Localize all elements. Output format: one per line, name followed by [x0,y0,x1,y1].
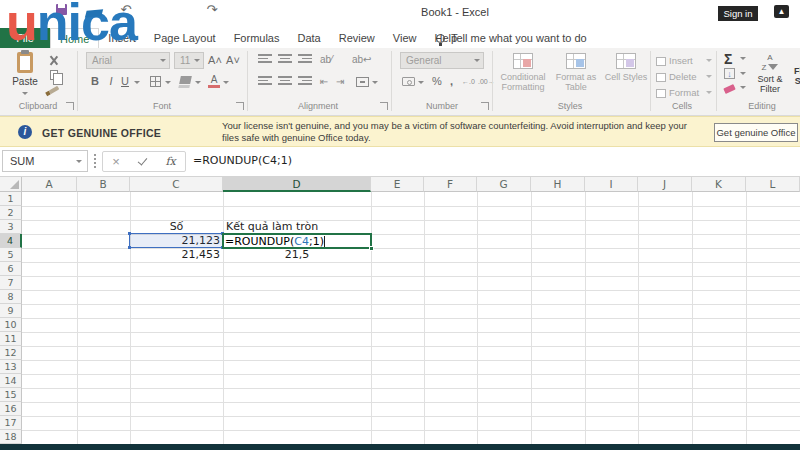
row-header-2[interactable]: 2 [0,206,22,220]
accounting-format-icon[interactable] [402,77,415,86]
column-header-E[interactable]: E [371,177,424,192]
row-header-11[interactable]: 11 [0,332,22,346]
cell-styles-button[interactable]: Cell Styles [601,51,651,109]
underline-caret-icon[interactable] [134,81,140,84]
underline-button[interactable]: U [118,75,132,87]
accounting-caret-icon[interactable] [418,81,424,84]
fill-color-icon[interactable] [179,76,192,84]
autosum-caret-icon[interactable] [740,57,746,60]
column-header-A[interactable]: A [22,177,77,192]
get-genuine-office-button[interactable]: Get genuine Office [714,123,798,142]
column-header-D[interactable]: D [223,177,371,192]
percent-style-icon[interactable]: % [432,75,442,87]
format-cells-button[interactable]: Format [656,86,712,99]
increase-decimal-icon[interactable]: ←.0 [462,78,475,85]
fill-color-caret-icon[interactable] [195,81,201,84]
autosum-icon[interactable]: Σ [724,51,732,67]
align-right-icon[interactable] [298,76,312,87]
row-header-15[interactable]: 15 [0,388,22,402]
delete-cells-button[interactable]: Delete [656,70,712,83]
font-dialog-launcher[interactable] [236,102,244,110]
align-left-icon[interactable] [258,76,272,87]
italic-button[interactable]: I [104,75,118,87]
align-bottom-icon[interactable] [298,54,312,65]
orientation-icon[interactable]: ab⁄ [320,54,333,65]
merge-center-icon[interactable] [356,77,369,87]
row-header-12[interactable]: 12 [0,346,22,360]
fill-icon[interactable]: ↓ [724,68,735,79]
merge-caret-icon[interactable] [372,81,378,84]
comma-style-icon[interactable]: , [450,75,453,87]
alignment-dialog-launcher[interactable] [380,102,388,110]
reference-cell-outline-C4[interactable] [129,233,223,248]
decrease-indent-icon[interactable]: ⇤ [320,76,328,87]
cell-C5[interactable]: 21,453 [130,248,223,262]
row-header-3[interactable]: 3 [0,220,22,234]
cell-D5[interactable]: 21,5 [223,248,371,262]
paste-button[interactable]: Paste [8,52,42,98]
name-box[interactable]: SUM [2,150,88,172]
tab-page-layout[interactable]: Page Layout [145,28,225,48]
column-header-B[interactable]: B [77,177,130,192]
row-header-16[interactable]: 16 [0,402,22,416]
enter-icon[interactable] [138,155,148,165]
column-header-F[interactable]: F [424,177,477,192]
font-size-combo[interactable]: 11 [174,52,204,69]
clear-icon[interactable] [723,84,736,94]
clear-caret-icon[interactable] [740,86,746,89]
fill-caret-icon[interactable] [740,72,746,75]
number-dialog-launcher[interactable] [481,102,489,110]
row-header-6[interactable]: 6 [0,262,22,276]
insert-cells-button[interactable]: Insert [656,54,712,67]
tab-view[interactable]: View [384,28,426,48]
wrap-text-icon[interactable]: ab↩ [352,54,372,65]
column-header-C[interactable]: C [130,177,223,192]
clipboard-dialog-launcher[interactable] [66,102,74,110]
select-all-corner[interactable] [0,177,22,192]
column-header-G[interactable]: G [477,177,531,192]
tell-me-box[interactable]: Tell me what you want to do [436,28,587,48]
find-select-button[interactable]: Find & Select [786,52,800,86]
column-header-I[interactable]: I [585,177,638,192]
column-header-K[interactable]: K [692,177,746,192]
row-header-18[interactable]: 18 [0,430,22,444]
row-header-14[interactable]: 14 [0,374,22,388]
font-color-caret-icon[interactable] [223,81,229,84]
row-header-9[interactable]: 9 [0,304,22,318]
ribbon-display-options-icon[interactable]: ▲ [774,5,789,18]
increase-font-size-icon[interactable]: A˄ [208,54,222,66]
row-header-17[interactable]: 17 [0,416,22,430]
row-header-5[interactable]: 5 [0,248,22,262]
column-header-J[interactable]: J [638,177,692,192]
edit-cell-D4[interactable]: =ROUNDUP(C4;1) [222,233,372,249]
number-format-combo[interactable]: General [400,52,484,69]
increase-indent-icon[interactable]: ⇥ [336,76,344,87]
format-painter-icon[interactable] [49,86,60,94]
row-header-1[interactable]: 1 [0,192,22,206]
column-header-L[interactable]: L [746,177,800,192]
copy-icon[interactable] [50,70,58,80]
align-middle-icon[interactable] [278,54,292,65]
cell-C3[interactable]: Số [130,220,223,234]
row-header-8[interactable]: 8 [0,290,22,304]
tab-review[interactable]: Review [330,28,384,48]
font-color-icon[interactable]: A [208,75,220,88]
borders-icon[interactable] [150,76,161,87]
row-header-13[interactable]: 13 [0,360,22,374]
cancel-icon[interactable]: × [112,154,120,169]
row-header-10[interactable]: 10 [0,318,22,332]
row-header-7[interactable]: 7 [0,276,22,290]
align-center-icon[interactable] [278,76,292,87]
cut-icon[interactable] [48,55,60,66]
bold-button[interactable]: B [88,75,102,87]
cell-D3[interactable]: Kết quả làm tròn [223,220,371,234]
tab-formulas[interactable]: Formulas [225,28,289,48]
align-top-icon[interactable] [258,54,272,65]
fill-handle[interactable] [369,246,374,251]
formula-bar-splitter[interactable] [94,154,96,168]
borders-caret-icon[interactable] [165,81,171,84]
font-name-combo[interactable]: Arial [86,52,170,69]
tab-data[interactable]: Data [288,28,329,48]
insert-function-icon[interactable]: fx [166,155,176,168]
column-header-H[interactable]: H [531,177,585,192]
